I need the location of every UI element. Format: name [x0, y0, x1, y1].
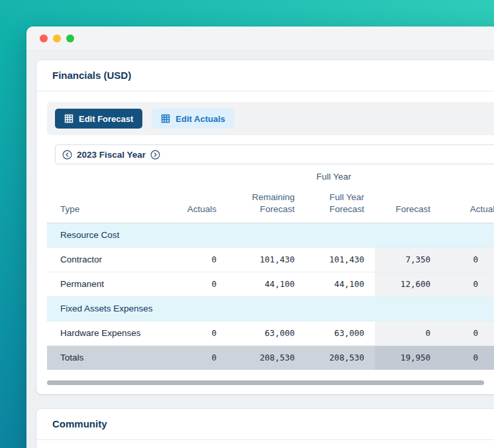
- cell-remaining-forecast: 208,530: [227, 345, 305, 370]
- table-row-totals: Totals 0 208,530 208,530 19,950 0: [47, 345, 494, 370]
- cell-full-year-forecast: 44,100: [305, 272, 375, 296]
- edit-actuals-button[interactable]: Edit Actuals: [152, 109, 234, 129]
- column-header-actuals-month: Actuals: [441, 186, 494, 223]
- financials-table: Full Year Type Actuals Remaining Forecas…: [47, 167, 494, 370]
- cell-remaining-forecast: 63,000: [227, 321, 305, 345]
- community-card: Community: [36, 409, 494, 448]
- section-row-fixed-assets-expenses: Fixed Assets Expenses: [47, 296, 494, 321]
- table-grid-icon: [161, 114, 170, 123]
- section-label: Resource Cost: [47, 223, 494, 247]
- edit-actuals-label: Edit Actuals: [175, 115, 225, 123]
- group-header-spacer: [375, 167, 494, 186]
- fiscal-year-label: 2023 Fiscal Year: [77, 150, 146, 160]
- table-group-header-row: Full Year: [47, 167, 494, 186]
- table-row-permanent: Permanent 0 44,100 44,100 12,600 0: [47, 272, 494, 296]
- section-label: Fixed Assets Expenses: [47, 296, 494, 321]
- window-titlebar: [26, 27, 494, 51]
- next-fiscal-year-button[interactable]: [150, 150, 160, 160]
- group-header-spacer: [47, 167, 227, 186]
- cell-actuals: 0: [169, 321, 227, 345]
- desktop: { "window": { "traffic_lights": ["close"…: [0, 0, 494, 448]
- zoom-window-button[interactable]: [66, 34, 74, 42]
- table-row-hardware-expenses: Hardware Expenses 0 63,000 63,000 0 0: [47, 321, 494, 345]
- row-label: Contractor: [47, 247, 169, 272]
- cell-actuals: 0: [169, 272, 227, 296]
- financials-card: Financials (USD) Edit Forecast: [36, 60, 494, 394]
- table-grid-icon: [64, 114, 74, 123]
- cell-remaining-forecast: 101,430: [227, 247, 305, 272]
- community-title: Community: [52, 418, 107, 429]
- column-header-actuals: Actuals: [169, 186, 227, 223]
- horizontal-scrollbar-thumb[interactable]: [47, 380, 484, 385]
- financials-toolbar: Edit Forecast Edit Actuals: [47, 102, 494, 135]
- cell-forecast: 7,350: [375, 247, 441, 272]
- close-window-button[interactable]: [40, 34, 48, 42]
- window-content: Financials (USD) Edit Forecast: [26, 51, 494, 448]
- community-card-header: Community: [36, 409, 494, 440]
- cell-remaining-forecast: 44,100: [227, 272, 305, 296]
- cell-actuals: 0: [169, 345, 227, 370]
- table-header-row: Type Actuals Remaining Forecast Full Yea…: [47, 186, 494, 223]
- cell-actuals-month: 0: [441, 345, 494, 370]
- column-header-type: Type: [47, 186, 169, 223]
- column-header-forecast: Forecast: [375, 186, 441, 223]
- financials-card-header: Financials (USD): [36, 60, 494, 91]
- cell-full-year-forecast: 101,430: [305, 247, 375, 272]
- row-label: Hardware Expenses: [47, 321, 169, 345]
- app-window: Financials (USD) Edit Forecast: [26, 27, 494, 448]
- cell-actuals-month: 0: [441, 321, 494, 345]
- group-header-full-year: Full Year: [227, 167, 375, 186]
- financials-title: Financials (USD): [52, 70, 131, 81]
- cell-actuals-month: 0: [441, 247, 494, 272]
- row-label: Totals: [47, 345, 169, 370]
- cell-forecast: 19,950: [375, 345, 441, 370]
- row-label: Permanent: [47, 272, 169, 296]
- cell-actuals-month: 0: [441, 272, 494, 296]
- chevron-left-circle-icon: [62, 150, 72, 160]
- cell-full-year-forecast: 63,000: [305, 321, 375, 345]
- cell-full-year-forecast: 208,530: [305, 345, 375, 370]
- table-row-contractor: Contractor 0 101,430 101,430 7,350 0: [47, 247, 494, 272]
- edit-forecast-button[interactable]: Edit Forecast: [55, 109, 142, 129]
- column-header-full-year-forecast: Full Year Forecast: [305, 186, 375, 223]
- fiscal-year-bar: 2023 Fiscal Year: [55, 144, 494, 164]
- edit-forecast-label: Edit Forecast: [79, 115, 133, 123]
- cell-forecast: 0: [375, 321, 441, 345]
- chevron-right-circle-icon: [150, 150, 160, 160]
- financials-card-body: Edit Forecast Edit Actuals: [36, 91, 494, 394]
- cell-actuals: 0: [169, 247, 227, 272]
- minimize-window-button[interactable]: [53, 34, 61, 42]
- previous-fiscal-year-button[interactable]: [62, 150, 72, 160]
- section-row-resource-cost: Resource Cost: [47, 223, 494, 247]
- column-header-remaining-forecast: Remaining Forecast: [227, 186, 305, 223]
- cell-forecast: 12,600: [375, 272, 441, 296]
